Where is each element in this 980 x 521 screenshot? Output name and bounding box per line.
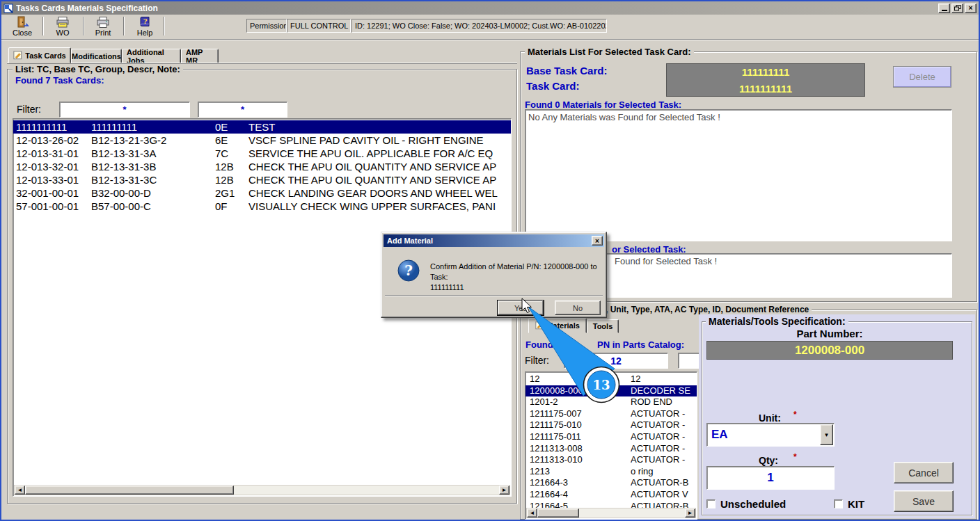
toolbar-button-label: Help [137, 29, 153, 37]
part-name: 12 [631, 374, 697, 385]
tab-amp-mr[interactable]: AMP MR [181, 49, 219, 63]
scroll-right-arrow[interactable]: ► [685, 508, 695, 518]
tab-label: Additional Jobs [127, 48, 176, 65]
list-item[interactable]: 12 12 [525, 374, 697, 385]
tab-modifications[interactable]: Modifications [71, 49, 122, 63]
part-number: 1200008-000 [530, 385, 631, 397]
task-group-code: 6E [215, 134, 248, 147]
yes-button[interactable]: Yes [498, 300, 544, 315]
base-task-card-number: B12-13-31-3B [91, 160, 215, 173]
unit-dropdown-button[interactable]: ▼ [820, 424, 833, 445]
table-row[interactable]: 12-013-31-01 B12-13-31-3A 7C SERVICE THE… [13, 147, 511, 160]
task-group-code: 12B [215, 173, 248, 186]
list-item[interactable]: 1211175-010 ACTUATOR - [525, 419, 697, 431]
scrollbar-thumb[interactable] [537, 508, 579, 518]
help-button[interactable]: ? Help [127, 15, 162, 37]
unscheduled-checkbox[interactable] [706, 499, 716, 508]
found-task-cards-label: Found 7 Task Cards: [15, 75, 104, 86]
list-item[interactable]: 121664-3 ACTUATOR-B [525, 477, 697, 489]
table-row[interactable]: 57-001-00-01 B57-00-00-C 0F VISUALLY CHE… [13, 200, 511, 213]
dialog-divider [385, 295, 603, 296]
list-item[interactable]: 1211175-011 ACTUATOR - [525, 431, 697, 443]
task-filter-input-1[interactable]: * [59, 102, 190, 118]
dialog-title: Add Material [387, 237, 433, 245]
list-item[interactable]: 121664-4 ACTUATOR V [525, 489, 697, 501]
part-number: 1213 [530, 466, 631, 478]
close-button[interactable]: Close [5, 15, 40, 37]
part-number: 121664-3 [530, 477, 631, 489]
part-number: 1211175-011 [530, 431, 631, 443]
question-icon: ? [397, 259, 420, 282]
scroll-left-arrow[interactable]: ◄ [527, 508, 537, 518]
unit-combobox[interactable]: EA ▼ [706, 423, 835, 447]
task-description: VISUALLY CHECK WING UPPER SURFACES, PANI [248, 200, 511, 213]
part-number: 12 [530, 374, 631, 385]
table-row[interactable]: 32-001-00-01 B32-00-00-D 2G1 CHECK LANDI… [13, 186, 511, 200]
toolbar-divider [1, 39, 979, 40]
part-number: 1211175-007 [530, 408, 631, 420]
no-button[interactable]: No [555, 300, 601, 315]
base-task-card-number: B57-00-00-C [91, 200, 215, 213]
spec-group-title: Materials/Tools Specification: [706, 316, 848, 327]
table-row[interactable]: 12-013-33-01 B12-13-31-3C 12B CHECK THE … [13, 173, 511, 186]
wo-button[interactable]: WO [45, 15, 80, 37]
parts-catalog-list: 12 12 1200008-000 DECODER SE 1201-2 ROD … [525, 371, 697, 520]
unit-value: EA [711, 428, 728, 442]
base-task-card-number: B32-00-00-D [91, 186, 215, 200]
qty-input[interactable]: 1 [706, 466, 835, 490]
part-name: ACTUATOR - [631, 408, 697, 420]
save-button[interactable]: Save [894, 490, 954, 512]
task-list-hscrollbar[interactable]: ◄ ► [14, 485, 510, 495]
dialog-close-icon[interactable]: × [592, 236, 603, 246]
list-item[interactable]: 1201-2 ROD END [525, 396, 697, 408]
permission-value: FULL CONTROL [287, 19, 351, 33]
svg-text:?: ? [143, 17, 148, 24]
tab-additional-jobs[interactable]: Additional Jobs [122, 49, 181, 63]
tab-task-cards[interactable]: Task Cards [8, 47, 71, 63]
task-filter-input-2[interactable]: * [198, 102, 287, 118]
delete-button[interactable]: Delete [893, 66, 951, 88]
toolbar-button-label: Close [13, 29, 32, 37]
found-pn-label-suffix: PN in Parts Catalog: [597, 339, 684, 350]
table-row[interactable]: 12-013-32-01 B12-13-31-3B 12B CHECK THE … [13, 160, 511, 173]
scroll-left-arrow[interactable]: ◄ [15, 486, 25, 495]
list-item[interactable]: 1211313-010 ACTUATOR - [525, 454, 697, 466]
unit-required-marker: * [793, 410, 797, 419]
print-button[interactable]: Print [86, 15, 120, 37]
cancel-button-label: Cancel [908, 467, 939, 479]
cancel-button[interactable]: Cancel [894, 462, 954, 483]
part-number: 1211313-008 [530, 443, 631, 455]
base-task-card-number: 111111111 [91, 120, 215, 134]
close-window-button[interactable]: × [965, 3, 977, 13]
note-pencil-icon [13, 51, 22, 60]
parts-list-hscrollbar[interactable]: ◄ ► [526, 508, 696, 518]
list-item[interactable]: 1211313-008 ACTUATOR - [525, 443, 697, 455]
list-item[interactable]: 1213 o ring [525, 466, 697, 478]
tab-materials[interactable]: Materials [528, 318, 587, 333]
qty-required-marker: * [793, 452, 797, 462]
kit-checkbox[interactable] [834, 499, 843, 508]
list-item[interactable]: 1211175-007 ACTUATOR - [525, 408, 697, 420]
table-row[interactable]: 12-013-26-02 B12-13-21-3G-2 6E VSCF SPLI… [13, 134, 511, 147]
dialog-message: Confirm Addition of Material P/N: 120000… [430, 262, 601, 293]
list-item[interactable]: 1200008-000 DECODER SE [525, 385, 697, 397]
scrollbar-thumb[interactable] [25, 486, 234, 495]
printer-icon [96, 16, 110, 29]
parts-filter-input-1[interactable]: 12 [564, 353, 668, 369]
found-pn-label-prefix: Found [525, 339, 553, 350]
spec-panel: Materials/Tools Specification: Part Numb… [699, 314, 975, 518]
work-order-context-info: ID: 12291; WO Close: False; WO: 202403-L… [351, 19, 607, 33]
task-card-number: 12-013-31-01 [16, 147, 91, 160]
part-name: ACTUATOR - [631, 431, 697, 443]
tab-tools[interactable]: Tools [587, 319, 619, 333]
window-titlebar: Tasks Cards Materials Specification × [1, 1, 979, 15]
permission-label: Permission: [246, 19, 287, 33]
scroll-right-arrow[interactable]: ► [499, 486, 509, 495]
task-description: CHECK LANDING GEAR DOORS AND WHEEL WEL [248, 186, 511, 200]
tab-label: Materials [546, 321, 580, 330]
add-material-dialog: Add Material × ? Confirm Addition of Mat… [381, 232, 607, 318]
restore-button[interactable] [951, 3, 963, 13]
table-row[interactable]: 1111111111 111111111 0E TEST [13, 120, 511, 134]
tools-empty-message-fragment: Found for Selected Task ! [615, 256, 717, 266]
minimize-button[interactable] [938, 3, 950, 13]
